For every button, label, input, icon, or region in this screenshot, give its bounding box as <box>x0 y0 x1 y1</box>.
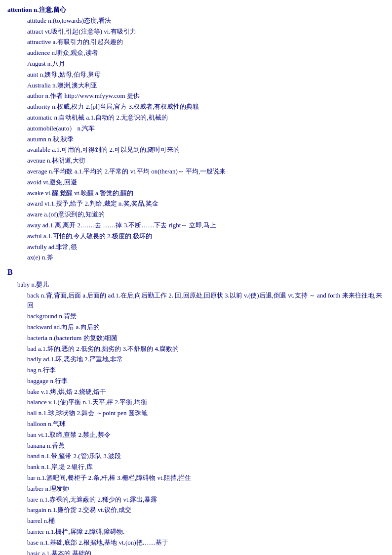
entry-line: badly ad.1.坏,恶劣地 2.严重地,非常 <box>27 354 385 365</box>
entry-line: avoid vt.避免,回避 <box>27 177 385 188</box>
entry-line: bank n.1.岸,堤 2.银行,库 <box>27 462 385 472</box>
entry-line: bargain n.1.廉价货 2.交易 vt.议价,成交 <box>27 505 385 515</box>
entry-line: awful a.1.可怕的,令人敬畏的 2.极度的,极坏的 <box>27 231 385 242</box>
entry-line: away ad.1.离,离开 2.……去 ……掉 3.不断……下去 right～… <box>27 220 385 231</box>
entry-line: background n.背景 <box>27 311 385 322</box>
entry-line: awfully ad.非常,很 <box>27 242 385 253</box>
entry-line: bad a.1.坏的,恶的 2.低劣的,拙劣的 3.不舒服的 4.腐败的 <box>27 344 385 354</box>
entry-line: basic a.1.基本的,基础的 <box>27 549 385 555</box>
entry-line: barrier n.1.栅栏,屏障 2.障碍,障碍物. <box>27 527 385 537</box>
entry-line: aunt n.姨母,姑母,伯母,舅母 <box>27 70 385 80</box>
entry-line: B <box>7 266 385 279</box>
entry-line: automatic n.自动机械 a.1.自动的 2.无意识的,机械的 <box>27 113 385 123</box>
entry-line: available a.1.可用的,可得到的 2.可以见到的,随时可来的 <box>27 145 385 155</box>
entry-line: autumn n.秋,秋季 <box>27 134 385 145</box>
entry-line: avenue n.林阴道,大街 <box>27 156 385 166</box>
entry-line: automobile(auto） n.汽车 <box>27 124 385 134</box>
entry-line: back n.背,背面,后面 a.后面的 ad.1.在后,向后勤工作 2. 回,… <box>27 291 385 311</box>
entry-line: Australia n.澳洲,澳大利亚 <box>27 81 385 91</box>
entry-line: barrel n.桶 <box>27 516 385 526</box>
entry-line: average n.平均数 a.1.平均的 2.平常的 vt.平均 on(the… <box>27 167 385 177</box>
entry-line: base n.1.基础,底部 2.根据地,基地 vt.(on)把……基于 <box>27 538 385 548</box>
entry-line: balloon n.气球 <box>27 419 385 429</box>
entry-line: baggage n.行李 <box>27 376 385 386</box>
entry-line: August n.八月 <box>27 59 385 69</box>
entry-line: author n.作者 http://www.mfyyw.com 提供 <box>27 91 385 101</box>
entry-line: bacteria n.(bacterium 的复数)细菌 <box>27 333 385 343</box>
entry-line: awake vi.醒,觉醒 vt.唤醒 a.警觉的,醒的 <box>27 188 385 199</box>
entry-line: attractive a.有吸引力的,引起兴趣的 <box>27 37 385 47</box>
entry-line: attention n.注意,留心 <box>7 5 385 15</box>
entry-line: attract vt.吸引,引起(注意等) vi.有吸引力 <box>27 27 385 37</box>
entry-line: authority n.权威,权力 2.[pl]当局,官方 3.权威者,有权威性… <box>27 102 385 112</box>
entry-line: ball n.1.球,球状物 2.舞会 ～point pen 圆珠笔 <box>27 408 385 419</box>
entry-line: award vt.1.授予,给予 2.判给,裁定 n.奖,奖品,奖金 <box>27 199 385 209</box>
entry-line: bar n.1.酒吧间,餐柜子 2.条,杆,棒 3.栅栏,障碍物 vt.阻挡,拦… <box>27 473 385 483</box>
entry-line: bake v.1.烤,烘,焙 2.烧硬,焙干 <box>27 387 385 397</box>
entry-line: audience n.听众,观众,读者 <box>27 48 385 58</box>
dictionary-content: attention n.注意,留心attitude n.(to,towards)… <box>7 5 385 555</box>
entry-line: aware a.(of)意识到的,知道的 <box>27 210 385 220</box>
entry-line: ax(e) n.斧 <box>27 253 385 263</box>
entry-line: attitude n.(to,towards)态度,看法 <box>27 16 385 26</box>
entry-line: backward ad.向后 a.向后的 <box>27 322 385 333</box>
entry-line: ban vt.1.取缔,查禁 2.禁止,禁令 <box>27 430 385 440</box>
entry-line: barber n.理发师 <box>27 484 385 494</box>
entry-line: band n.1.带,箍带 2.(管)乐队 3.波段 <box>27 451 385 462</box>
entry-line: baby n.婴儿 <box>17 280 385 290</box>
entry-line: bag n.行李 <box>27 365 385 376</box>
entry-line: balance v.1.(使)平衡 n.1.天平,秤 2.平衡,均衡 <box>27 397 385 408</box>
entry-line: bare n.1.赤裸的,无遮蔽的 2.稀少的 vt.露出,暴露 <box>27 495 385 505</box>
entry-line: banana n.香蕉 <box>27 441 385 451</box>
